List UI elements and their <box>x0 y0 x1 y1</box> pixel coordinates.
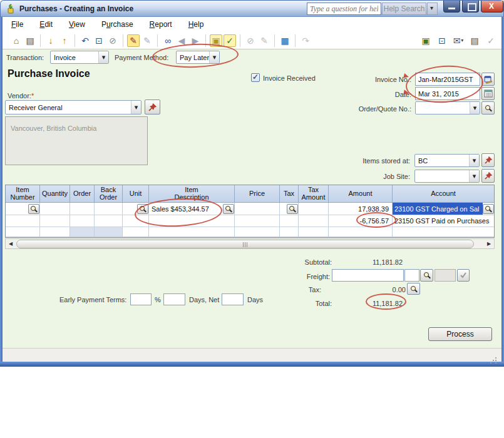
chevron-down-icon[interactable] <box>209 51 219 63</box>
cell-order[interactable] <box>70 203 95 215</box>
cell-back-order[interactable] <box>95 215 123 227</box>
cell-unit[interactable] <box>123 215 149 227</box>
print-forms-icon[interactable]: ▤ <box>24 34 36 47</box>
freight-tax-code-field[interactable] <box>404 269 419 282</box>
email-icon[interactable]: ✉▾ <box>452 34 465 47</box>
process-checkmark-icon[interactable]: ✓ <box>485 34 497 47</box>
cell-unit[interactable] <box>123 227 149 237</box>
minimize-button[interactable] <box>443 1 460 13</box>
magnifier-icon[interactable] <box>483 204 494 214</box>
cell-item-number[interactable] <box>6 215 40 227</box>
copy-transaction-icon[interactable]: ⊡ <box>93 34 105 47</box>
home-icon[interactable]: ⌂ <box>10 34 23 47</box>
magnifier-icon[interactable] <box>28 204 39 214</box>
invoice-received-checkbox[interactable] <box>251 73 260 82</box>
order-quote-combo[interactable] <box>415 101 480 115</box>
cell-amount[interactable]: -6,756.57 <box>329 215 393 227</box>
help-search-dropdown[interactable] <box>427 3 438 15</box>
print-icon[interactable]: ▤ <box>468 34 481 47</box>
menu-report[interactable]: Report <box>145 18 177 31</box>
correct-icon[interactable]: ✎ <box>258 34 270 47</box>
cell-order[interactable] <box>70 215 95 227</box>
cell-amount[interactable]: 17,938.39 <box>329 203 393 215</box>
horizontal-scrollbar[interactable] <box>5 238 495 249</box>
terms-percent-field[interactable] <box>130 293 152 305</box>
adjust-invoice-icon[interactable]: ✎ <box>127 34 140 47</box>
menu-purchase[interactable]: Purchase <box>96 18 138 31</box>
items-stored-pin-button[interactable] <box>481 153 495 167</box>
cell-item-number[interactable] <box>6 203 40 215</box>
items-stored-combo[interactable]: BC <box>414 154 480 167</box>
close-button[interactable] <box>481 1 503 13</box>
cell-account[interactable]: 23100 GST Charged on Sal <box>393 203 494 215</box>
allocate-icon[interactable]: ▣ <box>210 34 222 47</box>
menu-view[interactable]: View <box>64 18 90 31</box>
cell-price[interactable] <box>235 215 280 227</box>
calendar-button[interactable] <box>481 87 495 100</box>
adjust-lookup-icon[interactable]: ✎ <box>141 34 153 47</box>
cell-quantity[interactable] <box>40 215 70 227</box>
cell-tax-amount[interactable] <box>299 215 329 227</box>
magnifier-icon[interactable] <box>223 204 234 214</box>
vendor-combo[interactable]: Receiver General <box>5 100 141 115</box>
auto-number-button[interactable] <box>481 73 495 86</box>
process-button[interactable]: Process <box>428 327 492 341</box>
tax-detail-button[interactable] <box>407 283 420 295</box>
payment-method-combo[interactable]: Pay Later <box>176 51 220 64</box>
cell-unit[interactable] <box>123 203 149 215</box>
undo-icon[interactable]: ↶ <box>79 34 91 47</box>
previous-invoice-icon[interactable]: ◀ <box>175 34 188 47</box>
cell-item-number[interactable] <box>6 227 40 237</box>
cell-quantity[interactable] <box>40 203 70 215</box>
cell-tax[interactable] <box>280 203 299 215</box>
cell-tax-amount[interactable] <box>299 227 329 237</box>
freight-amount-field[interactable] <box>332 269 404 282</box>
scroll-left-arrow[interactable] <box>6 239 16 248</box>
cell-description[interactable] <box>149 227 235 237</box>
chevron-down-icon[interactable] <box>98 51 108 63</box>
freight-tax-lookup-button[interactable] <box>420 269 433 282</box>
resize-grip[interactable] <box>495 357 496 359</box>
chevron-down-icon[interactable] <box>469 155 479 166</box>
invoice-no-field[interactable]: Jan-Mar2015GST <box>415 73 480 86</box>
cell-amount[interactable] <box>329 227 393 237</box>
vendor-pin-button[interactable] <box>145 99 160 115</box>
magnifier-icon[interactable] <box>137 204 148 214</box>
freight-apply-button[interactable] <box>457 269 470 282</box>
order-lookup-button[interactable] <box>481 101 495 115</box>
menu-file[interactable]: File <box>6 18 28 31</box>
calculator-icon[interactable]: ▦ <box>279 34 291 47</box>
transaction-combo[interactable]: Invoice <box>50 51 109 64</box>
cell-quantity[interactable] <box>40 227 70 237</box>
job-site-pin-button[interactable] <box>481 169 495 183</box>
cell-description[interactable] <box>149 215 235 227</box>
menu-edit[interactable]: Edit <box>34 18 58 31</box>
cell-account[interactable] <box>393 227 494 237</box>
remove-row-icon[interactable]: ⊘ <box>106 34 119 47</box>
help-search-button[interactable]: Help Search <box>382 3 426 15</box>
title-bar[interactable]: Purchases - Creating an Invoice Help Sea… <box>0 0 504 17</box>
track-shipments-icon[interactable]: ✓ <box>224 34 236 47</box>
scrollbar-thumb[interactable] <box>16 240 474 248</box>
scroll-right-arrow[interactable] <box>484 239 494 248</box>
look-up-invoice-icon[interactable]: ∞ <box>162 34 174 47</box>
store-transaction-icon[interactable]: ↓ <box>44 34 57 47</box>
cell-tax-amount[interactable] <box>299 203 329 215</box>
terms-net-days-field[interactable] <box>222 293 244 305</box>
chevron-down-icon[interactable] <box>470 102 480 114</box>
chevron-down-icon[interactable] <box>469 170 479 182</box>
menu-help[interactable]: Help <box>183 18 209 31</box>
cell-tax[interactable] <box>280 227 299 237</box>
cell-account[interactable]: 23150 GST Paid on Purchases <box>393 215 494 227</box>
daily-business-manager-icon[interactable]: ▣ <box>419 34 432 47</box>
job-site-combo[interactable] <box>414 170 480 183</box>
search-window-icon[interactable]: ⊡ <box>436 34 448 47</box>
cell-description[interactable]: Sales $453,344.57 <box>149 203 235 215</box>
terms-discount-days-field[interactable] <box>163 293 185 305</box>
cell-price[interactable] <box>235 203 280 215</box>
cell-tax[interactable] <box>280 215 299 227</box>
maximize-button[interactable] <box>462 1 479 13</box>
cell-back-order[interactable] <box>95 203 123 215</box>
chevron-down-icon[interactable] <box>131 101 141 114</box>
date-field[interactable]: Mar 31, 2015 <box>415 87 480 100</box>
